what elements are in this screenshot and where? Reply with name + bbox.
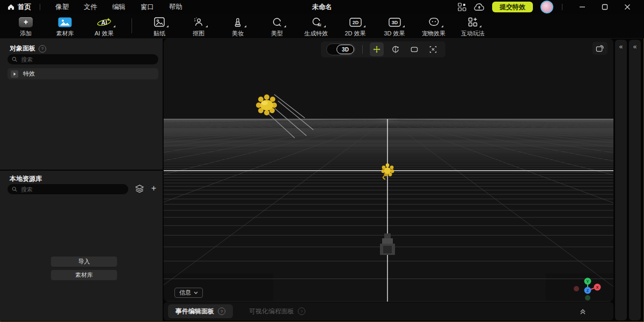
makeup-icon	[233, 17, 243, 27]
interactive-play-icon	[468, 17, 478, 27]
bottom-panel-bar: 事件编辑面板 可视化编程面板	[164, 302, 613, 320]
menu-separator	[40, 4, 40, 10]
axis-neg-x[interactable]	[574, 286, 579, 291]
layers-icon[interactable]	[135, 185, 144, 193]
home-button[interactable]: 首页	[8, 3, 31, 12]
help-question-icon[interactable]	[298, 308, 305, 315]
minimize-icon	[579, 4, 586, 10]
pet-effect-icon	[428, 17, 440, 27]
object-search-input[interactable]	[20, 56, 154, 63]
scene-viewport[interactable]: Y X Z 3D	[164, 39, 613, 302]
object-search	[8, 54, 158, 64]
toolbar-item-face-reshape[interactable]: 美型	[265, 16, 289, 38]
toolbar-item-generate-effect[interactable]: AI 生成特效	[304, 16, 328, 38]
orientation-gizmo[interactable]: Y X Z	[574, 278, 601, 301]
minimize-button[interactable]	[571, 0, 594, 14]
mode-toggle-knob: 3D	[336, 45, 354, 54]
expand-panel-button[interactable]	[576, 307, 590, 316]
camera-object[interactable]	[380, 233, 395, 255]
axis-neg-y[interactable]	[585, 295, 590, 301]
home-label: 首页	[18, 3, 31, 12]
scene-canvas[interactable]: Y X Z	[164, 39, 613, 302]
frame-all-button[interactable]	[426, 42, 440, 56]
rotate-tool-button[interactable]	[389, 42, 402, 56]
face-reshape-icon	[272, 17, 282, 27]
maximize-button[interactable]	[594, 0, 616, 14]
move-tool-icon	[373, 45, 380, 54]
toolbar-item-add[interactable]: 添加	[14, 16, 38, 38]
scale-tool-icon	[411, 45, 418, 54]
viewport-toolbar: 3D	[321, 41, 445, 57]
material-library-button[interactable]: 素材库	[51, 270, 117, 280]
double-chevron-up-icon	[579, 308, 587, 315]
menu-window[interactable]: 窗口	[133, 3, 162, 12]
submit-effect-button[interactable]: 提交特效	[492, 2, 533, 12]
dropdown-corner-icon	[166, 25, 169, 27]
cloud-upload-icon[interactable]	[474, 3, 485, 11]
scale-tool-button[interactable]	[407, 42, 421, 56]
info-dropdown-button[interactable]: 信息	[174, 288, 203, 298]
toolbar-item-pet-effect[interactable]: 宠物效果	[422, 16, 445, 38]
cutout-icon	[193, 17, 204, 27]
local-library-title: 本地资源库	[10, 174, 42, 184]
search-icon	[12, 186, 17, 192]
move-tool-button[interactable]	[370, 42, 384, 56]
tab-visual-programming[interactable]: 可视化编程面板	[241, 304, 313, 318]
dropdown-corner-icon	[402, 25, 405, 27]
close-icon	[624, 4, 631, 10]
dropdown-corner-icon	[363, 25, 365, 27]
expand-chevron-icon[interactable]	[11, 70, 18, 78]
tree-item-effect[interactable]: 特效	[8, 68, 158, 79]
chevron-down-icon	[194, 291, 198, 294]
generate-effect-icon: AI	[311, 17, 322, 27]
toolbar-item-sticker[interactable]: 贴纸	[148, 16, 171, 38]
dropdown-corner-icon	[284, 25, 286, 27]
menu-app[interactable]: 像塑	[48, 3, 76, 12]
add-resource-icon[interactable]	[151, 184, 156, 193]
reset-view-button[interactable]	[592, 42, 608, 55]
dropdown-corner-icon	[479, 25, 481, 27]
dropdown-corner-icon	[244, 25, 246, 27]
svg-text:AI: AI	[101, 19, 107, 26]
menu-file[interactable]: 文件	[76, 3, 105, 12]
sticker-icon	[154, 17, 165, 27]
home-icon	[8, 4, 14, 10]
menu-help[interactable]: 帮助	[162, 3, 190, 12]
menu-edit[interactable]: 编辑	[105, 3, 133, 12]
dropdown-corner-icon	[324, 25, 326, 27]
collapsed-panel-preview[interactable]	[629, 40, 641, 320]
toolbar-separator	[131, 18, 132, 33]
maximize-icon	[602, 4, 608, 10]
dropdown-corner-icon	[441, 25, 443, 27]
mode-toggle-3d[interactable]: 3D	[326, 43, 355, 55]
rotate-tool-icon	[392, 45, 399, 54]
svg-text:X: X	[596, 285, 598, 290]
collapsed-panel-inspector[interactable]	[615, 40, 627, 320]
apps-grid-icon[interactable]	[458, 3, 466, 11]
help-question-icon[interactable]	[39, 45, 46, 53]
toolbar-item-cutout[interactable]: 抠图	[187, 16, 210, 38]
toolbar-item-ai-effect[interactable]: AI AI 效果	[92, 16, 116, 38]
title-bar: 首页 像塑 文件 编辑 窗口 帮助 未命名 提交特效	[0, 0, 644, 14]
toolbar-item-3d-effect[interactable]: 3D 3D 效果	[383, 16, 406, 38]
frame-all-icon	[429, 45, 437, 54]
viewport-toolbar-separator	[362, 45, 363, 54]
rotate-screen-icon	[596, 45, 604, 53]
window-controls-separator	[562, 4, 562, 10]
svg-text:2D: 2D	[352, 20, 358, 25]
tab-event-editor[interactable]: 事件编辑面板	[168, 304, 233, 318]
add-key-icon	[19, 17, 33, 27]
help-question-icon[interactable]	[218, 308, 225, 315]
import-button[interactable]: 导入	[51, 257, 117, 267]
left-panel: 对象面板 特效 本地资源库	[0, 39, 163, 321]
toolbar-item-material-library[interactable]: 素材库	[53, 16, 77, 38]
toolbar-item-makeup[interactable]: 美妆	[226, 16, 250, 38]
svg-text:AI: AI	[317, 23, 321, 27]
object-panel-title: 对象面板	[10, 44, 46, 53]
library-search-input[interactable]	[20, 186, 124, 193]
effect-2d-icon: 2D	[349, 18, 362, 27]
close-button[interactable]	[616, 0, 639, 14]
avatar[interactable]	[540, 1, 553, 13]
toolbar-item-2d-effect[interactable]: 2D 2D 效果	[343, 16, 367, 38]
toolbar-item-interactive-play[interactable]: 互动玩法	[461, 16, 485, 38]
